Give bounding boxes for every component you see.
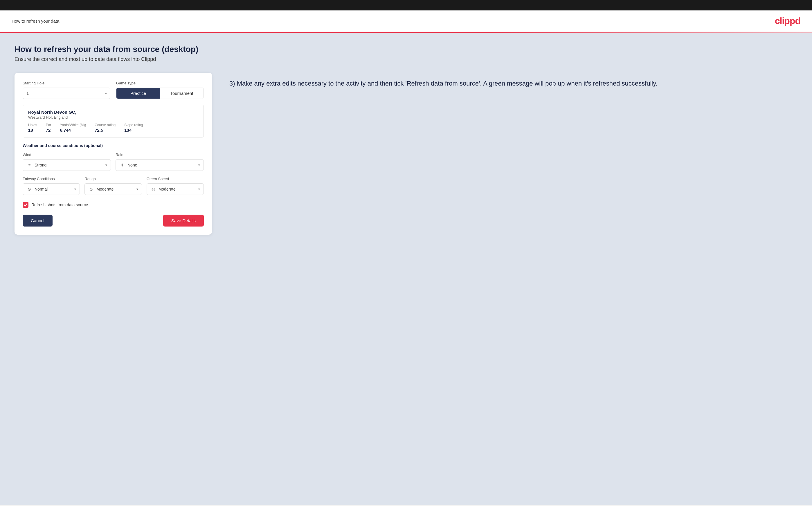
- course-name: Royal North Devon GC,: [28, 110, 198, 115]
- refresh-checkbox-row[interactable]: Refresh shots from data source: [22, 202, 204, 208]
- instruction-panel: 3) Make any extra edits necessary to the…: [230, 73, 798, 88]
- refresh-checkbox[interactable]: [22, 202, 29, 208]
- green-speed-chevron-icon: ▾: [198, 187, 200, 191]
- fairway-chevron-icon: ▾: [74, 187, 76, 191]
- green-speed-value: Moderate: [158, 187, 175, 191]
- starting-hole-label: Starting Hole: [22, 81, 110, 85]
- main-content: How to refresh your data from source (de…: [0, 33, 812, 505]
- course-rating-stat: Course rating 72.5: [95, 123, 115, 132]
- par-value: 72: [46, 128, 51, 132]
- rain-value: None: [128, 163, 137, 167]
- holes-stat: Holes 18: [28, 123, 37, 132]
- rough-icon: ⊙: [88, 186, 94, 192]
- game-type-group: Game Type Practice Tournament: [116, 81, 204, 99]
- wind-value: Strong: [35, 163, 46, 167]
- par-label: Par: [46, 123, 51, 127]
- course-rating-value: 72.5: [95, 128, 115, 132]
- cancel-button[interactable]: Cancel: [22, 215, 53, 227]
- refresh-label: Refresh shots from data source: [31, 203, 88, 207]
- course-info: Royal North Devon GC, Westward Ho!, Engl…: [22, 105, 204, 137]
- course-stats: Holes 18 Par 72 Yards/White (M)) 6,744 C…: [28, 123, 198, 132]
- wind-label: Wind: [22, 153, 111, 157]
- logo: clippd: [775, 16, 800, 26]
- yards-label: Yards/White (M)): [60, 123, 86, 127]
- rain-dropdown[interactable]: ☀ None ▾: [115, 159, 204, 171]
- save-button[interactable]: Save Details: [163, 215, 204, 227]
- green-speed-group: Green Speed ◎ Moderate ▾: [147, 177, 204, 195]
- holes-value: 18: [28, 128, 37, 132]
- fairway-value: Normal: [35, 187, 48, 191]
- rain-icon: ☀: [119, 162, 125, 168]
- rain-label: Rain: [115, 153, 204, 157]
- game-type-label: Game Type: [116, 81, 204, 85]
- starting-hole-group: Starting Hole 1 ▾: [22, 81, 110, 99]
- wind-dropdown[interactable]: ≋ Strong ▾: [22, 159, 111, 171]
- top-form-row: Starting Hole 1 ▾ Game Type Practice Tou…: [22, 81, 204, 99]
- page-heading: How to refresh your data from source (de…: [14, 45, 798, 54]
- rain-group: Rain ☀ None ▾: [115, 153, 204, 171]
- green-speed-label: Green Speed: [147, 177, 204, 181]
- wind-icon: ≋: [27, 162, 32, 168]
- content-layout: Starting Hole 1 ▾ Game Type Practice Tou…: [14, 73, 798, 235]
- conditions-title: Weather and course conditions (optional): [22, 143, 204, 148]
- wind-chevron-icon: ▾: [105, 163, 107, 167]
- rough-value: Moderate: [96, 187, 113, 191]
- yards-stat: Yards/White (M)) 6,744: [60, 123, 86, 132]
- footer: Copyright Clippd 2022: [0, 505, 812, 507]
- course-rating-label: Course rating: [95, 123, 115, 127]
- rough-chevron-icon: ▾: [137, 187, 138, 191]
- green-speed-dropdown[interactable]: ◎ Moderate ▾: [147, 183, 204, 195]
- practice-button[interactable]: Practice: [116, 88, 160, 99]
- conditions-grid-bottom: Fairway Conditions ⊙ Normal ▾ Rough ⊙: [22, 177, 204, 195]
- rough-dropdown[interactable]: ⊙ Moderate ▾: [85, 183, 142, 195]
- conditions-grid-top: Wind ≋ Strong ▾ Rain ☀ None: [22, 153, 204, 171]
- rough-label: Rough: [85, 177, 142, 181]
- page-subheading: Ensure the correct and most up to date d…: [14, 56, 798, 62]
- fairway-group: Fairway Conditions ⊙ Normal ▾: [22, 177, 80, 195]
- fairway-label: Fairway Conditions: [22, 177, 80, 181]
- rain-chevron-icon: ▾: [198, 163, 200, 167]
- fairway-dropdown-left: ⊙ Normal: [27, 186, 48, 192]
- green-speed-icon: ◎: [150, 186, 156, 192]
- button-row: Cancel Save Details: [22, 215, 204, 227]
- form-card: Starting Hole 1 ▾ Game Type Practice Tou…: [14, 73, 212, 235]
- wind-dropdown-left: ≋ Strong: [27, 162, 46, 168]
- rough-dropdown-left: ⊙ Moderate: [88, 186, 113, 192]
- tournament-button[interactable]: Tournament: [160, 88, 204, 99]
- slope-rating-stat: Slope rating 134: [124, 123, 143, 132]
- rough-group: Rough ⊙ Moderate ▾: [85, 177, 142, 195]
- wind-group: Wind ≋ Strong ▾: [22, 153, 111, 171]
- par-stat: Par 72: [46, 123, 51, 132]
- starting-hole-select-wrapper[interactable]: 1 ▾: [22, 88, 110, 99]
- top-bar: [0, 0, 812, 10]
- holes-label: Holes: [28, 123, 37, 127]
- green-speed-dropdown-left: ◎ Moderate: [150, 186, 175, 192]
- slope-rating-value: 134: [124, 128, 143, 132]
- yards-value: 6,744: [60, 128, 86, 132]
- fairway-icon: ⊙: [27, 186, 32, 192]
- fairway-dropdown[interactable]: ⊙ Normal ▾: [22, 183, 80, 195]
- header: How to refresh your data clippd: [0, 10, 812, 32]
- header-title: How to refresh your data: [12, 18, 59, 23]
- game-type-buttons: Practice Tournament: [116, 88, 204, 99]
- instruction-text: 3) Make any extra edits necessary to the…: [230, 78, 798, 88]
- course-location: Westward Ho!, England: [28, 115, 198, 119]
- slope-rating-label: Slope rating: [124, 123, 143, 127]
- checkmark-icon: [23, 203, 28, 207]
- rain-dropdown-left: ☀ None: [119, 162, 137, 168]
- starting-hole-select[interactable]: 1: [22, 88, 110, 99]
